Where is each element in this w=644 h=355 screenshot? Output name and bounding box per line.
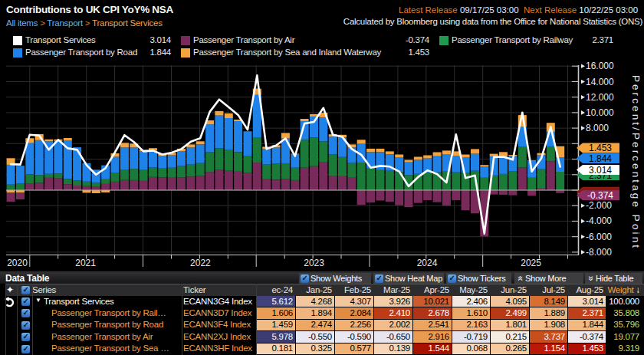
svg-text:1.844: 1.844	[589, 153, 612, 164]
svg-text:2023: 2023	[304, 258, 324, 268]
svg-text:-8.000: -8.000	[586, 247, 612, 258]
svg-text:2021: 2021	[75, 258, 96, 268]
svg-text:1.453: 1.453	[589, 143, 612, 153]
svg-text:-6.000: -6.000	[586, 232, 612, 242]
svg-text:8.000: 8.000	[586, 123, 609, 133]
svg-text:2025: 2025	[521, 258, 541, 268]
svg-text:3.014: 3.014	[589, 165, 612, 176]
svg-text:10.000: 10.000	[586, 107, 614, 118]
svg-text:12.000: 12.000	[586, 92, 614, 103]
svg-text:-2.000: -2.000	[586, 200, 612, 211]
svg-text:2024: 2024	[417, 258, 438, 268]
svg-text:14.000: 14.000	[586, 77, 614, 87]
svg-text:2020: 2020	[7, 258, 28, 268]
svg-text:-4.000: -4.000	[586, 215, 612, 226]
svg-text:Percent/Percentage Point: Percent/Percentage Point	[630, 75, 642, 250]
svg-text:-0.374: -0.374	[587, 190, 613, 201]
svg-text:2022: 2022	[190, 258, 211, 268]
svg-text:16.000: 16.000	[586, 61, 614, 71]
